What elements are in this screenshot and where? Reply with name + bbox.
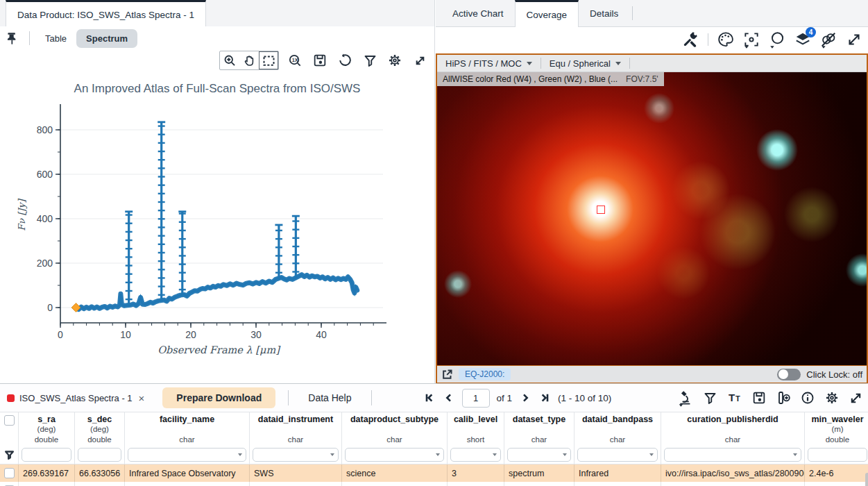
filter-cell-dataid_instrument bbox=[250, 446, 342, 464]
pin-icon[interactable] bbox=[0, 29, 24, 47]
filter-input-dataid_instrument[interactable] bbox=[253, 448, 339, 462]
filter-cell-min_waveler bbox=[805, 446, 868, 464]
svg-text:30: 30 bbox=[250, 329, 262, 340]
status-dot bbox=[7, 394, 15, 402]
filter-input-dataset_type[interactable] bbox=[507, 448, 571, 462]
settings-icon[interactable] bbox=[386, 51, 404, 69]
sky-image[interactable]: AllWISE color Red (W4) , Green (W2) , Bl… bbox=[437, 72, 867, 365]
column-header-dataid_instrument[interactable]: dataid_instrumentchar bbox=[250, 412, 342, 446]
add-column-icon[interactable] bbox=[774, 389, 792, 408]
refresh-icon[interactable] bbox=[336, 51, 354, 69]
expand-icon[interactable] bbox=[846, 389, 865, 408]
column-header-dataproduct_subtype[interactable]: dataproduct_subtypechar bbox=[342, 412, 448, 446]
cell-calib_level: 3 bbox=[448, 464, 504, 482]
filter-input-min_waveler[interactable] bbox=[808, 448, 867, 462]
text-view-icon[interactable]: TT bbox=[725, 389, 744, 408]
last-page-icon[interactable] bbox=[538, 392, 551, 404]
filter-input-s_ra[interactable] bbox=[22, 448, 71, 462]
hide-overlays-icon[interactable] bbox=[819, 30, 838, 49]
tab-details[interactable]: Details bbox=[579, 0, 629, 26]
tab-coverage[interactable]: Coverage bbox=[515, 0, 579, 27]
close-icon[interactable]: × bbox=[139, 392, 145, 404]
subtab-spectrum[interactable]: Spectrum bbox=[76, 29, 137, 48]
filter-cell-s_ra bbox=[19, 446, 75, 464]
filter-input-dataid_bandpass[interactable] bbox=[577, 448, 658, 462]
chevron-down-icon[interactable] bbox=[436, 453, 440, 456]
prev-page-icon[interactable] bbox=[443, 392, 455, 404]
color-palette-icon[interactable] bbox=[716, 30, 735, 49]
chevron-down-icon[interactable] bbox=[649, 453, 654, 456]
filter-cell-facility_name bbox=[125, 446, 250, 464]
filter-input-curation_publisherdid[interactable] bbox=[664, 448, 801, 462]
filter-input-s_dec[interactable] bbox=[78, 448, 121, 462]
results-table-panel: ISO_SWS_Atlas Spectra - 1 × Prepare Down… bbox=[0, 383, 868, 486]
column-header-min_waveler[interactable]: min_waveler(m)double bbox=[805, 412, 868, 446]
divider bbox=[288, 390, 289, 405]
tools-icon[interactable] bbox=[681, 30, 700, 49]
layers-icon[interactable]: 4 bbox=[793, 30, 812, 49]
prepare-download-button[interactable]: Prepare Download bbox=[162, 387, 275, 408]
box-select-icon[interactable] bbox=[259, 51, 278, 69]
column-header-curation_publisherdid[interactable]: curation_publisherdidchar bbox=[661, 412, 805, 446]
select-all-checkbox[interactable] bbox=[4, 415, 15, 426]
lasso-select-icon[interactable] bbox=[767, 30, 787, 49]
column-header-dataset_type[interactable]: dataset_typechar bbox=[504, 412, 575, 446]
svg-text:Fν [Jy]: Fν [Jy] bbox=[16, 199, 27, 231]
next-page-icon[interactable] bbox=[519, 392, 531, 404]
chevron-down-icon[interactable] bbox=[238, 453, 242, 456]
column-header-calib_level[interactable]: calib_levelshort bbox=[448, 412, 504, 446]
hips-fits-moc-menu[interactable]: HiPS / FITS / MOC bbox=[437, 55, 541, 72]
table-row[interactable]: 269.63916766.633056Infrared Space Observ… bbox=[0, 464, 868, 482]
first-page-icon[interactable] bbox=[423, 392, 436, 404]
table-tab[interactable]: ISO_SWS_Atlas Spectra - 1 × bbox=[0, 384, 151, 412]
subtab-table[interactable]: Table bbox=[35, 29, 76, 48]
data-help-button[interactable]: Data Help bbox=[308, 392, 351, 403]
row-checkbox[interactable] bbox=[4, 468, 15, 478]
settings-icon[interactable] bbox=[822, 389, 841, 408]
coord-readout[interactable]: EQ-J2000: bbox=[459, 368, 511, 380]
data-product-tabstrip: Data Product: ISO_SWS_Atlas Spectra - 1 bbox=[0, 0, 434, 27]
microscope-icon[interactable] bbox=[676, 389, 695, 408]
cell-dataid_bandpass: Infrared bbox=[575, 464, 661, 482]
column-header-s_dec[interactable]: s_dec(deg)double bbox=[75, 412, 125, 446]
chevron-down-icon[interactable] bbox=[563, 453, 567, 456]
filter-input-facility_name[interactable] bbox=[128, 448, 246, 462]
column-header-facility_name[interactable]: facility_namechar bbox=[125, 412, 250, 446]
page-number-input[interactable] bbox=[462, 389, 490, 408]
recenter-icon[interactable] bbox=[742, 30, 761, 49]
column-header-s_ra[interactable]: s_ra(deg)double bbox=[19, 412, 75, 446]
expand-icon[interactable] bbox=[411, 51, 429, 69]
expand-icon[interactable] bbox=[844, 30, 864, 49]
zoom-in-icon[interactable] bbox=[220, 51, 239, 69]
image-overlay-label: AllWISE color Red (W4) , Green (W2) , Bl… bbox=[437, 72, 664, 86]
svg-text:Observed Frame λ [μm]: Observed Frame λ [μm] bbox=[158, 344, 281, 356]
cell-dataset_type: spectrum bbox=[504, 482, 575, 486]
grid-filter-row bbox=[0, 446, 868, 464]
zoom-reset-1x-icon[interactable]: 1X bbox=[286, 51, 304, 69]
info-icon[interactable] bbox=[798, 389, 817, 408]
column-header-dataid_bandpass[interactable]: dataid_bandpasschar bbox=[575, 412, 661, 446]
click-lock-toggle[interactable] bbox=[777, 369, 801, 380]
table-row[interactable]: 269.63916766.633056Infrared Space Observ… bbox=[0, 482, 868, 486]
filter-icon[interactable] bbox=[4, 450, 15, 460]
tab-active-chart[interactable]: Active Chart bbox=[441, 0, 515, 26]
tab-data-product[interactable]: Data Product: ISO_SWS_Atlas Spectra - 1 bbox=[6, 0, 206, 27]
chevron-down-icon[interactable] bbox=[330, 453, 334, 456]
spectrum-plot[interactable]: 0102030400200400600800Observed Frame λ [… bbox=[0, 71, 434, 383]
filter-icon[interactable] bbox=[701, 389, 720, 408]
vertical-scrollbar[interactable] bbox=[865, 473, 868, 486]
filter-input-dataproduct_subtype[interactable] bbox=[345, 448, 444, 462]
target-marker bbox=[597, 206, 605, 214]
coord-projection-menu[interactable]: Equ / Spherical bbox=[541, 55, 629, 72]
save-icon[interactable] bbox=[311, 51, 329, 69]
filter-cell-dataid_bandpass bbox=[575, 446, 661, 464]
filter-cell-s_dec bbox=[75, 446, 125, 464]
chevron-down-icon[interactable] bbox=[793, 453, 797, 456]
page-of-label: of 1 bbox=[497, 393, 513, 403]
divider bbox=[371, 390, 372, 405]
chevron-down-icon[interactable] bbox=[493, 453, 497, 456]
save-icon[interactable] bbox=[749, 389, 768, 408]
external-link-icon[interactable] bbox=[441, 369, 453, 380]
pan-icon[interactable] bbox=[239, 51, 259, 69]
filter-icon[interactable] bbox=[361, 51, 379, 69]
